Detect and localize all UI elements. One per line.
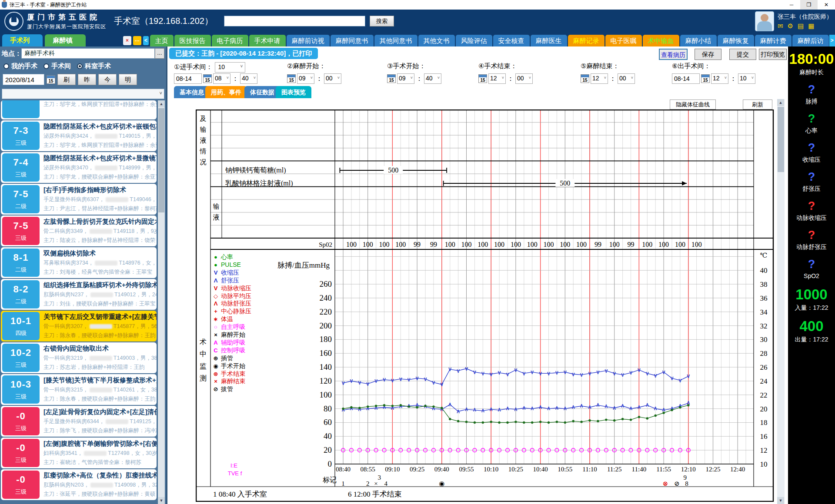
tab-16[interactable]: 麻醉恢复 — [718, 35, 754, 46]
tab-9[interactable]: 风险评估 — [456, 35, 492, 46]
hour-select[interactable]: 09 — [397, 73, 414, 84]
list-item[interactable]: 10-2三级右锁骨内固定物取出术骨一科病房3219，T149003，男，38岁主… — [1, 342, 157, 373]
tab-14[interactable]: 术中输血 — [643, 35, 679, 46]
tab-scroll-right-button[interactable]: > — [829, 35, 835, 46]
minute-select[interactable]: 00 — [515, 73, 533, 84]
list-item[interactable]: 7-5二级[右手]手拇指多指畸形切除术手足显微外科病房6307，T149046，… — [1, 184, 157, 215]
subtab-3[interactable]: 体征数据 — [244, 86, 280, 98]
tab-11[interactable]: 麻醉医生 — [531, 35, 567, 46]
action-button-3[interactable]: 提交 — [729, 49, 756, 60]
svg-text:11:25: 11:25 — [607, 466, 622, 473]
hour-select[interactable]: 08 — [213, 73, 230, 84]
maximize-button[interactable]: ❐ — [800, 0, 818, 10]
list-item[interactable]: -0三级[左足]趾骨骨折复位内固定术+[左足]清创手足显微外科病房6344，T1… — [1, 406, 157, 437]
calendar-icon[interactable]: 15 — [47, 75, 55, 84]
search-button[interactable]: 搜索 — [370, 16, 394, 27]
room-select[interactable]: 10 — [215, 62, 245, 73]
hour-select[interactable]: 09 — [297, 73, 314, 84]
tab-1[interactable]: 主页 — [150, 35, 174, 46]
tab-2[interactable]: 医技报告 — [174, 35, 211, 46]
filter-combobox[interactable] — [2, 89, 164, 99]
action-button-1[interactable]: 查看病历 — [659, 49, 688, 60]
search-input[interactable] — [224, 16, 365, 27]
calendar-icon[interactable]: 15 — [478, 74, 487, 83]
list-item[interactable]: -0三级[左侧]腹腔镜下单侧输卵管切除术+[右侧]妇科病房3541，T12749… — [1, 438, 157, 468]
calendar-icon[interactable]: 15 — [287, 74, 296, 83]
patient-name-redacted — [95, 261, 117, 265]
sidebar-tab-2[interactable]: 麻醉镇静 — [45, 34, 85, 46]
action-button-4[interactable]: 打印预览 — [759, 49, 787, 60]
subtab-2[interactable]: 用药、事件 — [205, 86, 247, 98]
tab-close-button[interactable]: × — [123, 36, 131, 45]
radio-2[interactable]: 手术间 — [43, 62, 71, 70]
patient-info: 骨一科病房3215，T140261，女，38岁 — [43, 386, 156, 394]
calendar-icon[interactable]: 15 — [581, 74, 589, 83]
action-button-2[interactable]: 保存 — [695, 49, 721, 60]
minute-select[interactable]: 00 — [324, 73, 341, 84]
minute-select[interactable]: 40 — [424, 73, 441, 84]
list-item[interactable]: 10-1四级关节镜下左后交叉韧带重建术+[左膝关节骨一科病房3207，T1458… — [1, 311, 157, 342]
location-more-button[interactable]: … — [155, 48, 164, 59]
billing-icon[interactable]: ▤ — [798, 23, 804, 29]
list-item[interactable]: 7-4三级隐匿性阴茎延长术+包皮环切术+显微镜下泌尿外科病房3470，T1489… — [1, 152, 157, 183]
date-button-4[interactable]: 明 — [119, 74, 137, 85]
calendar-icon[interactable]: 15 — [203, 74, 212, 83]
tab-more-button[interactable]: … — [133, 36, 141, 45]
sidebar-scrollbar[interactable]: ▲ ▼ — [158, 100, 165, 504]
tab-scroll-left-button[interactable]: < — [143, 36, 148, 45]
tab-13[interactable]: 电子医嘱 — [605, 35, 642, 46]
subtab-1[interactable]: 基本信息 — [174, 86, 210, 98]
tab-8[interactable]: 其他文书 — [418, 35, 455, 46]
calendar-icon[interactable]: 15 — [387, 74, 396, 83]
tab-15[interactable]: 麻醉小结 — [680, 35, 717, 46]
tab-7[interactable]: 其他同意书 — [374, 35, 418, 46]
date-button-3[interactable]: 今 — [98, 74, 117, 85]
minute-select[interactable]: 10 — [738, 73, 755, 84]
date-input[interactable] — [3, 74, 44, 85]
tab-3[interactable]: 电子病历 — [212, 35, 248, 46]
minute-select[interactable]: 00 — [618, 73, 635, 84]
radio-3[interactable]: 科室手术 — [77, 62, 111, 70]
mail-icon[interactable]: ✉ — [778, 23, 783, 29]
hour-select[interactable]: 12 — [488, 73, 506, 84]
vital-label: 脉搏 — [788, 96, 835, 106]
tab-5[interactable]: 麻醉前访视 — [287, 35, 330, 46]
user-avatar[interactable] — [755, 11, 774, 31]
refresh-button[interactable]: 刷新 — [743, 99, 772, 109]
location-input[interactable] — [21, 48, 155, 59]
tab-4[interactable]: 手术申请 — [249, 35, 286, 46]
svg-text:Λ: Λ — [506, 406, 509, 411]
svg-text:Λ: Λ — [490, 407, 493, 412]
report-icon[interactable]: ▦ — [808, 23, 814, 29]
tab-12[interactable]: 麻醉记录 — [568, 35, 605, 46]
list-item[interactable]: 8-2二级组织选择性直肠粘膜环切术+外痔切除术肛肠科病房N237，T149012… — [1, 279, 157, 310]
date-field[interactable] — [672, 73, 700, 84]
list-item[interactable]: 7-5三级左肱骨髁上骨折切开复位克氏针内固定术骨二科病房3349，T149118… — [1, 216, 157, 246]
hide-curve-button[interactable]: 隐藏体征曲线 — [670, 99, 716, 109]
list-item[interactable]: 7-3三级隐匿性阴茎延长术+包皮环切术+嵌顿包茎泌尿外科病房3424，T1490… — [1, 120, 157, 151]
hour-select[interactable]: 12 — [591, 73, 608, 84]
calendar-icon[interactable]: 15 — [701, 74, 710, 83]
list-item[interactable]: 10-3三级[膝关节镜]关节镜下半月板修整成形术+关骨一科病房3215，T140… — [1, 374, 157, 405]
tab-10[interactable]: 安全核查 — [493, 35, 530, 46]
list-item[interactable]: 三级泌尿外科病房3409，T149000，男，12岁主刀：邬宇龙，蛛网膜下腔阻滞… — [1, 100, 157, 119]
date-button-2[interactable]: 昨 — [78, 74, 96, 85]
radio-1[interactable]: 我的手术 — [3, 62, 37, 70]
minimize-button[interactable]: ─ — [783, 0, 800, 10]
tab-6[interactable]: 麻醉同意书 — [331, 35, 374, 46]
settings-icon[interactable]: ⚙ — [788, 23, 793, 29]
chart-scrollbar[interactable]: ▲ ▼ — [777, 99, 785, 504]
minute-select[interactable]: 40 — [240, 73, 257, 84]
tab-18[interactable]: 麻醉后访 — [792, 35, 829, 46]
time-field-group: ④手术结束：1512：00 — [478, 62, 517, 70]
list-item[interactable]: -0三级肛瘘切除术+高位（复杂性）肛瘘挂线术肛肠科病房N203，T149098，… — [1, 469, 157, 500]
svg-text:10:25: 10:25 — [508, 466, 523, 473]
sidebar-tab-1[interactable]: 手术列表 — [2, 34, 43, 46]
subtab-4[interactable]: 图表预览 — [276, 86, 311, 98]
tab-17[interactable]: 麻醉计费 — [755, 35, 792, 46]
date-button-1[interactable]: 刷 — [57, 74, 76, 85]
list-item[interactable]: 8-1二级双侧扁桃体切除术耳鼻喉科病房3734，T148976，女，26岁主刀：… — [1, 247, 157, 278]
date-field[interactable] — [174, 73, 202, 84]
hour-select[interactable]: 12 — [711, 73, 728, 84]
close-button[interactable]: ✕ — [818, 0, 835, 10]
